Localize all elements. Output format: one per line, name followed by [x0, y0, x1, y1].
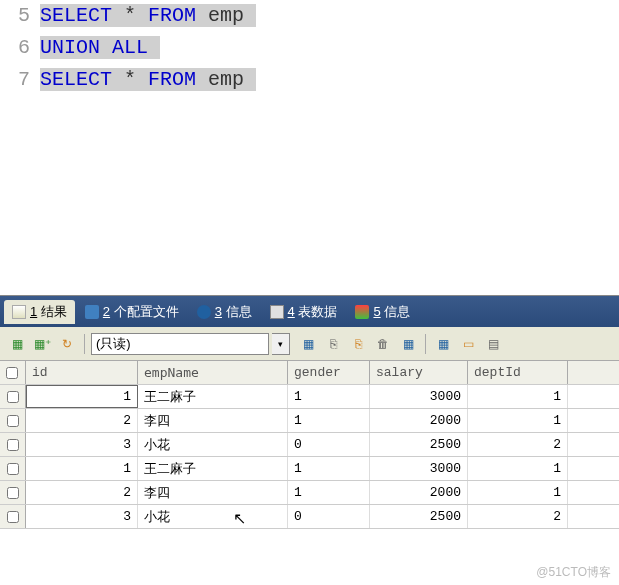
tab-信息[interactable]: 3 信息 [189, 300, 260, 324]
grid-add-icon[interactable]: ▦⁺ [31, 333, 53, 355]
refresh-icon[interactable]: ↻ [56, 333, 78, 355]
tab-表数据[interactable]: 4 表数据 [262, 300, 346, 324]
result-tabs: 1 结果2 个配置文件3 信息4 表数据5 信息 [0, 295, 619, 327]
cell-gender[interactable]: 1 [288, 385, 370, 408]
result-grid[interactable]: idempNamegendersalarydeptId1王二麻子1300012李… [0, 361, 619, 529]
watermark: @51CTO博客 [536, 564, 611, 581]
result-toolbar: ▦ ▦⁺ ↻ ▾ ▦ ⎘ ⎘ 🗑 ▦ ▦ ▭ ▤ [0, 327, 619, 361]
column-header-id[interactable]: id [26, 361, 138, 384]
tab-个配置文件[interactable]: 2 个配置文件 [77, 300, 187, 324]
cell-salary[interactable]: 2500 [370, 505, 468, 528]
add-row-icon[interactable]: ▦ [6, 333, 28, 355]
cell-empName[interactable]: 小花 [138, 433, 288, 456]
dropdown-arrow-icon[interactable]: ▾ [272, 333, 290, 355]
table-row[interactable]: 3小花025002 [0, 433, 619, 457]
cell-empName[interactable]: 王二麻子 [138, 385, 288, 408]
cell-id[interactable]: 1 [26, 457, 138, 480]
tab-icon [12, 305, 26, 319]
cell-empName[interactable]: 王二麻子 [138, 457, 288, 480]
cell-salary[interactable]: 3000 [370, 457, 468, 480]
column-header-salary[interactable]: salary [370, 361, 468, 384]
sql-editor[interactable]: 5SELECT * FROM emp 6UNION ALL 7SELECT * … [0, 0, 619, 295]
tab-label: 1 结果 [30, 303, 67, 321]
column-header-gender[interactable]: gender [288, 361, 370, 384]
cell-salary[interactable]: 2000 [370, 409, 468, 432]
line-number: 5 [5, 0, 40, 32]
cell-gender[interactable]: 0 [288, 433, 370, 456]
cell-deptId[interactable]: 2 [468, 505, 568, 528]
row-checkbox[interactable] [0, 385, 26, 408]
cell-gender[interactable]: 1 [288, 481, 370, 504]
cell-deptId[interactable]: 1 [468, 409, 568, 432]
cell-id[interactable]: 2 [26, 481, 138, 504]
save-icon[interactable]: ▦ [297, 333, 319, 355]
table-row[interactable]: 1王二麻子130001 [0, 385, 619, 409]
line-number: 7 [5, 64, 40, 96]
table-row[interactable]: 2李四120001 [0, 409, 619, 433]
table-header: idempNamegendersalarydeptId [0, 361, 619, 385]
column-header-empName[interactable]: empName [138, 361, 288, 384]
row-checkbox[interactable] [0, 457, 26, 480]
sql-code[interactable]: UNION ALL [40, 36, 160, 59]
tab-结果[interactable]: 1 结果 [4, 300, 75, 324]
view-text-icon[interactable]: ▤ [482, 333, 504, 355]
line-number: 6 [5, 32, 40, 64]
cell-deptId[interactable]: 1 [468, 385, 568, 408]
cell-id[interactable]: 3 [26, 433, 138, 456]
tab-icon [197, 305, 211, 319]
table-row[interactable]: 3小花025002 [0, 505, 619, 529]
cell-id[interactable]: 1 [26, 385, 138, 408]
cell-id[interactable]: 2 [26, 409, 138, 432]
cell-empName[interactable]: 李四 [138, 481, 288, 504]
tab-label: 4 表数据 [288, 303, 338, 321]
tab-icon [85, 305, 99, 319]
cell-salary[interactable]: 2500 [370, 433, 468, 456]
cell-id[interactable]: 3 [26, 505, 138, 528]
cell-gender[interactable]: 1 [288, 457, 370, 480]
view-form-icon[interactable]: ▭ [457, 333, 479, 355]
copy-icon[interactable]: ⎘ [347, 333, 369, 355]
column-header-deptId[interactable]: deptId [468, 361, 568, 384]
tab-label: 2 个配置文件 [103, 303, 179, 321]
cell-deptId[interactable]: 1 [468, 457, 568, 480]
cell-gender[interactable]: 0 [288, 505, 370, 528]
row-checkbox[interactable] [0, 505, 26, 528]
tab-icon [355, 305, 369, 319]
cell-deptId[interactable]: 2 [468, 433, 568, 456]
cell-empName[interactable]: 李四 [138, 409, 288, 432]
tab-icon [270, 305, 284, 319]
table-row[interactable]: 2李四120001 [0, 481, 619, 505]
view-grid-icon[interactable]: ▦ [432, 333, 454, 355]
checkbox-header[interactable] [0, 361, 26, 384]
row-checkbox[interactable] [0, 433, 26, 456]
row-checkbox[interactable] [0, 409, 26, 432]
delete-icon[interactable]: 🗑 [372, 333, 394, 355]
export-icon[interactable]: ⎘ [322, 333, 344, 355]
cell-salary[interactable]: 2000 [370, 481, 468, 504]
readonly-select[interactable] [91, 333, 269, 355]
tab-信息[interactable]: 5 信息 [347, 300, 418, 324]
filter-icon[interactable]: ▦ [397, 333, 419, 355]
separator [84, 334, 85, 354]
tab-label: 3 信息 [215, 303, 252, 321]
cell-salary[interactable]: 3000 [370, 385, 468, 408]
sql-code[interactable]: SELECT * FROM emp [40, 68, 256, 91]
sql-code[interactable]: SELECT * FROM emp [40, 4, 256, 27]
tab-label: 5 信息 [373, 303, 410, 321]
cell-deptId[interactable]: 1 [468, 481, 568, 504]
row-checkbox[interactable] [0, 481, 26, 504]
cell-gender[interactable]: 1 [288, 409, 370, 432]
cell-empName[interactable]: 小花 [138, 505, 288, 528]
separator [425, 334, 426, 354]
table-row[interactable]: 1王二麻子130001 [0, 457, 619, 481]
